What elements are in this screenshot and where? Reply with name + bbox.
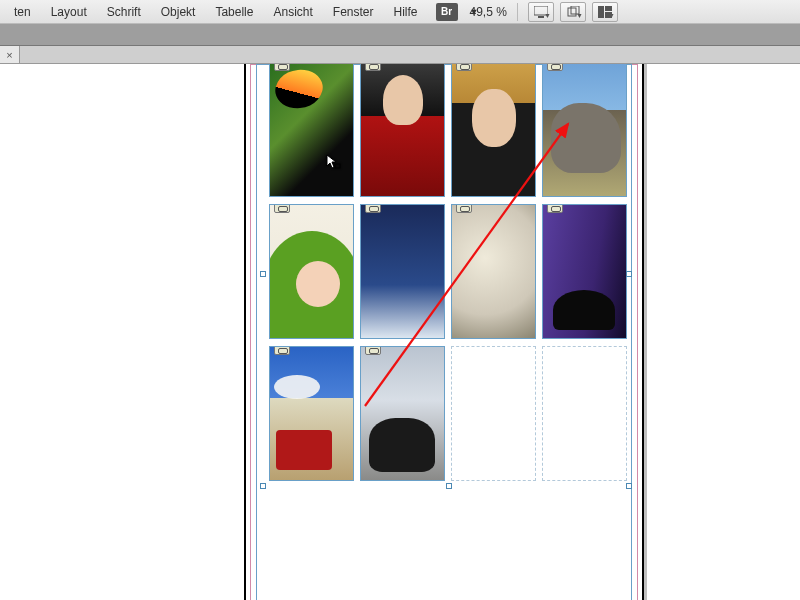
chevron-down-icon: ▼	[576, 12, 583, 19]
chevron-down-icon: ▼	[608, 12, 615, 19]
menu-item-ansicht[interactable]: Ansicht	[263, 5, 322, 19]
selection-handle-sw[interactable]	[260, 483, 266, 489]
link-icon	[547, 204, 563, 213]
empty-grid-cell[interactable]	[542, 346, 627, 481]
empty-grid-cell[interactable]	[451, 346, 536, 481]
placed-image	[361, 205, 444, 338]
image-frame-baby[interactable]	[269, 204, 354, 339]
link-icon	[274, 64, 290, 71]
selection-handle-w[interactable]	[260, 271, 266, 277]
link-icon	[274, 346, 290, 355]
selection-handle-e[interactable]	[626, 271, 632, 277]
svg-rect-2	[568, 8, 576, 16]
document-canvas[interactable]	[0, 64, 800, 600]
link-icon	[365, 64, 381, 71]
document-tabstrip: ×	[0, 46, 800, 64]
menu-item-fenster[interactable]: Fenster	[323, 5, 384, 19]
placed-image	[543, 64, 626, 196]
close-tab-button[interactable]: ×	[0, 46, 20, 63]
svg-rect-5	[605, 6, 612, 11]
image-frame-elephant[interactable]	[542, 64, 627, 197]
menu-item-hilfe[interactable]: Hilfe	[384, 5, 428, 19]
placed-image	[361, 64, 444, 196]
control-bar	[0, 24, 800, 46]
view-options-button[interactable]: ▼	[592, 2, 618, 22]
menu-item-bearbeiten-partial[interactable]: ten	[4, 5, 41, 19]
image-frame-tractor[interactable]	[269, 346, 354, 481]
link-icon	[456, 204, 472, 213]
link-icon	[274, 204, 290, 213]
placed-image	[361, 347, 444, 480]
menu-item-tabelle[interactable]: Tabelle	[205, 5, 263, 19]
bridge-button[interactable]: Br	[436, 3, 458, 21]
arrange-button[interactable]: ▼	[560, 2, 586, 22]
image-frame-snow[interactable]	[360, 204, 445, 339]
placed-image	[270, 205, 353, 338]
placed-image	[270, 347, 353, 480]
menu-item-layout[interactable]: Layout	[41, 5, 97, 19]
menu-item-objekt[interactable]: Objekt	[151, 5, 206, 19]
link-icon	[547, 64, 563, 71]
chevron-down-icon: ▼	[544, 12, 551, 19]
selection-handle-se[interactable]	[626, 483, 632, 489]
link-icon	[365, 346, 381, 355]
placed-image	[270, 64, 353, 196]
link-icon	[365, 204, 381, 213]
menu-item-schrift[interactable]: Schrift	[97, 5, 151, 19]
image-frame-drums[interactable]	[542, 204, 627, 339]
zoom-level-dropdown[interactable]: 49,5 % ▼	[470, 5, 507, 19]
svg-rect-4	[598, 6, 604, 18]
image-frame-motorcycle[interactable]	[360, 346, 445, 481]
placed-image	[452, 205, 535, 338]
main-menubar: ten Layout Schrift Objekt Tabelle Ansich…	[0, 0, 800, 24]
placed-image	[543, 205, 626, 338]
link-icon	[456, 64, 472, 71]
selection-handle-s[interactable]	[446, 483, 452, 489]
placed-image	[452, 64, 535, 196]
zoom-value: 49,5 %	[470, 5, 507, 19]
image-frame-paw[interactable]	[451, 204, 536, 339]
image-frame-toucan[interactable]	[269, 64, 354, 197]
screen-mode-button[interactable]: ▼	[528, 2, 554, 22]
image-frame-driver[interactable]	[360, 64, 445, 197]
separator	[517, 3, 518, 21]
image-frame-blonde[interactable]	[451, 64, 536, 197]
